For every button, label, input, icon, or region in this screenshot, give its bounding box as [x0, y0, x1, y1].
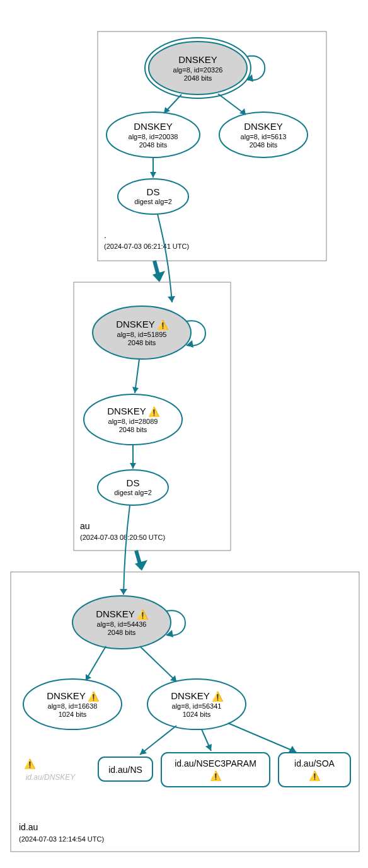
svg-text:alg=8, id=56341: alg=8, id=56341 [172, 702, 222, 710]
edge-idau-ksk-zsk2 [140, 646, 176, 682]
svg-marker-15 [239, 108, 246, 115]
svg-text:DNSKEY: DNSKEY [178, 54, 217, 65]
warning-icon: ⚠️ [24, 758, 36, 770]
svg-text:id.au/SOA: id.au/SOA [294, 758, 335, 768]
svg-text:digest alg=2: digest alg=2 [114, 489, 152, 496]
svg-text:alg=8, id=28089: alg=8, id=28089 [108, 418, 158, 425]
svg-marker-37 [120, 589, 127, 595]
node-idau-ghost-dnskey: ⚠️ id.au/DNSKEY [24, 758, 76, 782]
warning-icon: ⚠️ [212, 691, 224, 702]
zone-ts-au: (2024-07-03 08:20:50 UTC) [80, 534, 165, 541]
edge-zsk2-ns [140, 726, 176, 755]
node-root-ds: DS digest alg=2 [118, 179, 188, 214]
svg-text:alg=8, id=20038: alg=8, id=20038 [129, 133, 178, 140]
svg-text:DNSKEY: DNSKEY [96, 608, 135, 619]
svg-text:alg=8, id=20326: alg=8, id=20326 [173, 66, 223, 74]
svg-text:DS: DS [147, 186, 160, 197]
svg-text:DNSKEY: DNSKEY [47, 690, 86, 701]
svg-text:2048 bits: 2048 bits [108, 629, 136, 636]
warning-icon: ⚠️ [137, 609, 149, 620]
svg-text:DS: DS [127, 477, 140, 488]
svg-text:2048 bits: 2048 bits [250, 141, 278, 149]
svg-text:alg=8, id=54436: alg=8, id=54436 [97, 620, 147, 628]
svg-text:DNSKEY: DNSKEY [171, 690, 210, 701]
zone-name-idau: id.au [19, 822, 38, 832]
svg-text:DNSKEY: DNSKEY [134, 121, 173, 132]
svg-text:id.au/NS: id.au/NS [108, 765, 142, 775]
svg-text:digest alg=2: digest alg=2 [134, 198, 172, 205]
zone-ts-idau: (2024-07-03 12:14:54 UTC) [19, 835, 104, 843]
svg-text:2048 bits: 2048 bits [139, 141, 168, 149]
node-au-zsk: DNSKEY ⚠️ alg=8, id=28089 2048 bits [84, 394, 182, 445]
svg-text:2048 bits: 2048 bits [119, 426, 147, 433]
node-idau-ksk: DNSKEY ⚠️ alg=8, id=54436 2048 bits [72, 596, 171, 649]
dnssec-diagram: . (2024-07-03 06:21:41 UTC) DNSKEY alg=8… [0, 0, 368, 868]
edge-root-ds-au-ksk [158, 214, 172, 302]
node-root-ksk: DNSKEY alg=8, id=20326 2048 bits [145, 38, 251, 98]
node-idau-zsk-16638: DNSKEY ⚠️ alg=8, id=16638 1024 bits [23, 679, 122, 729]
rr-idau-soa: id.au/SOA ⚠️ [279, 753, 350, 787]
svg-text:alg=8, id=5613: alg=8, id=5613 [241, 133, 287, 140]
zone-name-au: au [80, 521, 90, 531]
svg-text:1024 bits: 1024 bits [59, 711, 87, 718]
svg-text:id.au/DNSKEY: id.au/DNSKEY [26, 773, 76, 782]
zone-ts-root: (2024-07-03 06:21:41 UTC) [104, 243, 189, 250]
warning-icon: ⚠️ [210, 770, 222, 782]
svg-marker-21 [168, 296, 175, 302]
edge-idau-ksk-zsk1 [86, 646, 106, 680]
rr-idau-ns: id.au/NS [98, 757, 152, 781]
node-root-zsk-20038: DNSKEY alg=8, id=20038 2048 bits [106, 112, 200, 157]
warning-icon: ⚠️ [88, 691, 100, 702]
node-au-ksk: DNSKEY ⚠️ alg=8, id=51895 2048 bits [93, 306, 191, 359]
svg-text:1024 bits: 1024 bits [183, 711, 211, 718]
svg-text:2048 bits: 2048 bits [128, 339, 156, 346]
svg-text:DNSKEY: DNSKEY [107, 406, 146, 416]
svg-text:id.au/NSEC3PARAM: id.au/NSEC3PARAM [175, 758, 256, 768]
svg-text:DNSKEY: DNSKEY [244, 121, 283, 132]
svg-text:alg=8, id=51895: alg=8, id=51895 [117, 331, 167, 338]
svg-text:DNSKEY: DNSKEY [116, 319, 155, 329]
edge-zsk2-soa [228, 723, 296, 752]
svg-text:2048 bits: 2048 bits [184, 74, 212, 82]
svg-marker-31 [132, 387, 139, 393]
warning-icon: ⚠️ [157, 319, 169, 331]
node-idau-zsk-56341: DNSKEY ⚠️ alg=8, id=56341 1024 bits [147, 679, 246, 729]
node-au-ds: DS digest alg=2 [98, 470, 168, 505]
svg-marker-35 [130, 463, 136, 469]
edge-au-ds-idau-ksk [124, 505, 130, 595]
zone-name-root: . [104, 230, 106, 240]
svg-marker-19 [150, 172, 156, 178]
node-root-zsk-5613: DNSKEY alg=8, id=5613 2048 bits [219, 112, 308, 157]
svg-text:alg=8, id=16638: alg=8, id=16638 [48, 702, 98, 710]
warning-icon: ⚠️ [148, 406, 160, 418]
warning-icon: ⚠️ [309, 770, 321, 782]
rr-idau-nsec3param: id.au/NSEC3PARAM ⚠️ [161, 753, 270, 787]
